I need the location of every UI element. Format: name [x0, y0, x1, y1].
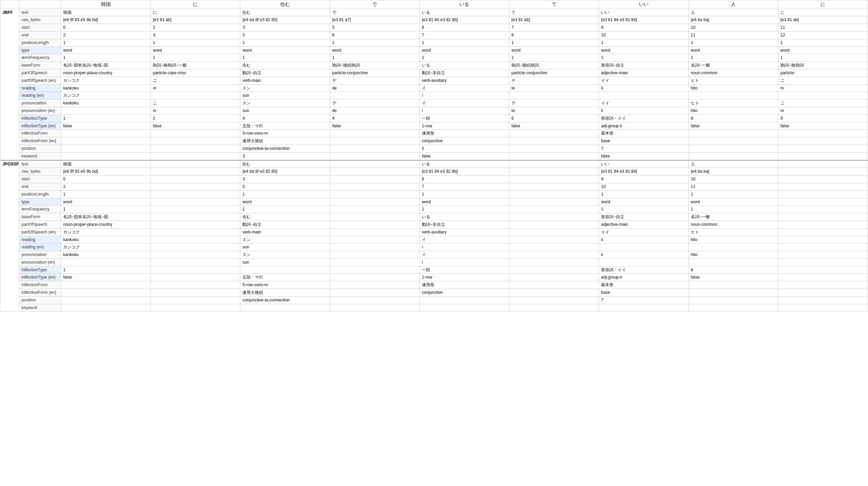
value-cell-text: て	[509, 9, 599, 16]
table-row: start02356781011	[0, 24, 868, 32]
value-cell-inflectionForm_en	[778, 289, 868, 297]
value-cell-end	[330, 183, 419, 190]
value-cell-termFrequency: 1	[419, 54, 509, 62]
value-cell-pronunciation: ii	[599, 251, 688, 259]
value-cell-termFrequency	[778, 206, 868, 213]
table-row: partOfSpeech (en)カンコクverb-mainverb-auxil…	[0, 228, 868, 236]
value-cell-start: 2	[151, 24, 240, 32]
value-cell-inflectionType_en: false	[330, 122, 419, 130]
value-cell-raw_bytes: [e4 ba ba]	[688, 168, 778, 176]
value-cell-inflectionForm: 基本形	[599, 281, 688, 289]
value-cell-raw_bytes: [e3 81 ab]	[151, 16, 240, 24]
value-cell-reading_en	[151, 244, 240, 251]
value-cell-keyword	[509, 304, 599, 312]
value-cell-keyword	[151, 304, 240, 312]
table-row: inflectionForm5-row-cons-m連用形基本形	[0, 281, 868, 289]
value-cell-type: word	[688, 198, 778, 206]
table-row: positionconjunctive-ta-connection57	[0, 145, 868, 152]
value-cell-keyword	[688, 152, 778, 160]
value-cell-baseForm	[778, 213, 868, 221]
value-cell-inflectionType_en: false	[688, 122, 778, 130]
value-cell-type	[330, 198, 419, 206]
table-row: inflectionForm (en)連用タ接続conjunctivebase	[0, 289, 868, 297]
prop-label-position: position	[19, 145, 61, 152]
value-cell-termFrequency: 1	[61, 206, 151, 213]
value-cell-positionLength: 1	[330, 39, 419, 46]
value-cell-inflectionForm	[330, 281, 419, 289]
value-cell-start	[330, 176, 419, 183]
value-cell-partOfSpeech: 動詞−非自立	[419, 221, 509, 228]
value-cell-termFrequency: 1	[240, 54, 330, 62]
value-cell-start: 7	[509, 24, 599, 32]
column-header-2: 住む	[240, 0, 330, 9]
value-cell-pronunciation: スン	[240, 251, 330, 259]
value-cell-type: word	[151, 46, 240, 54]
prop-label-raw_bytes: raw_bytes	[19, 168, 61, 176]
value-cell-raw_bytes: [e9 9f 93 e5 9b bd]	[61, 16, 151, 24]
value-cell-position: conjunctive-ta-connection	[240, 296, 330, 304]
value-cell-partOfSpeech_en	[151, 228, 240, 236]
value-cell-text	[778, 160, 868, 168]
value-cell-text: で	[330, 9, 419, 16]
table-row: positionLength111111111	[0, 39, 868, 46]
value-cell-keyword: false	[599, 152, 688, 160]
value-cell-reading_en	[688, 244, 778, 251]
value-cell-reading	[151, 236, 240, 244]
prop-label-text: text	[19, 160, 61, 168]
value-cell-inflectionType_en: false	[151, 122, 240, 130]
value-cell-inflectionType: 形容詞・イイ	[599, 266, 688, 274]
value-cell-text: いる	[419, 160, 509, 168]
app-container: 韓国に住むでいるていい人にJBFFtext韓国に住むでいるていい人にraw_by…	[0, 0, 868, 312]
value-cell-inflectionForm	[688, 130, 778, 137]
value-cell-partOfSpeech	[509, 221, 599, 228]
value-cell-reading: kankoku	[61, 236, 151, 244]
value-cell-partOfSpeech: noun-proper-place-country	[61, 221, 151, 228]
value-cell-termFrequency: 1	[240, 206, 330, 213]
value-cell-partOfSpeech_en: verb-auxiliary	[419, 228, 509, 236]
prop-label-inflectionType: inflectionType	[19, 266, 61, 274]
value-cell-pronunciation_en: de	[330, 107, 419, 114]
value-cell-reading_en: i	[419, 244, 509, 251]
value-cell-inflectionType_en: false	[61, 274, 151, 281]
value-cell-inflectionForm	[688, 281, 778, 289]
value-cell-keyword: false	[419, 152, 509, 160]
value-cell-reading_en	[509, 244, 599, 251]
value-cell-end: 7	[419, 31, 509, 39]
value-cell-positionLength: 1	[509, 39, 599, 46]
value-cell-pronunciation	[151, 251, 240, 259]
value-cell-inflectionType_en: 五段・マ行	[240, 122, 330, 130]
value-cell-position: 7	[599, 145, 688, 152]
table-row: inflectionType1一段形容詞・イイ8	[0, 266, 868, 274]
value-cell-termFrequency: 1	[330, 54, 419, 62]
value-cell-keyword	[151, 152, 240, 160]
value-cell-inflectionForm_en	[151, 137, 240, 145]
value-cell-termFrequency: 1	[778, 54, 868, 62]
prop-label-position: position	[19, 296, 61, 304]
prop-label-inflectionForm_en: inflectionForm (en)	[19, 137, 61, 145]
value-cell-inflectionForm	[509, 281, 599, 289]
value-cell-type	[151, 198, 240, 206]
value-cell-inflectionType_en: adj-group-ii	[599, 122, 688, 130]
value-cell-baseForm: 住む	[240, 213, 330, 221]
value-cell-baseForm: 助詞−接続助詞	[330, 62, 419, 69]
header-row: 韓国に住むでいるていい人に	[0, 0, 868, 9]
value-cell-inflectionType_en: false	[778, 122, 868, 130]
value-cell-text: 人	[688, 9, 778, 16]
value-cell-pronunciation: イイ	[599, 100, 688, 107]
column-header-1: に	[151, 0, 240, 9]
value-cell-text: に	[151, 9, 240, 16]
prop-label-type: type	[19, 46, 61, 54]
value-cell-partOfSpeech_en: デ	[330, 77, 419, 84]
value-cell-end	[778, 183, 868, 190]
value-cell-raw_bytes: [e3 81 84 e3 81 84]	[599, 168, 688, 176]
value-cell-inflectionType: 6	[509, 114, 599, 122]
value-cell-reading: de	[330, 84, 419, 92]
value-cell-inflectionType	[330, 266, 419, 274]
value-cell-position	[778, 296, 868, 304]
value-cell-partOfSpeech_en: ヒト	[688, 77, 778, 84]
value-cell-partOfSpeech_en: ニ	[778, 77, 868, 84]
value-cell-partOfSpeech: particle-case-misc	[151, 69, 240, 77]
value-cell-partOfSpeech: 動詞−自立	[240, 69, 330, 77]
value-cell-start: 8	[599, 24, 688, 32]
value-cell-text: 人	[688, 160, 778, 168]
